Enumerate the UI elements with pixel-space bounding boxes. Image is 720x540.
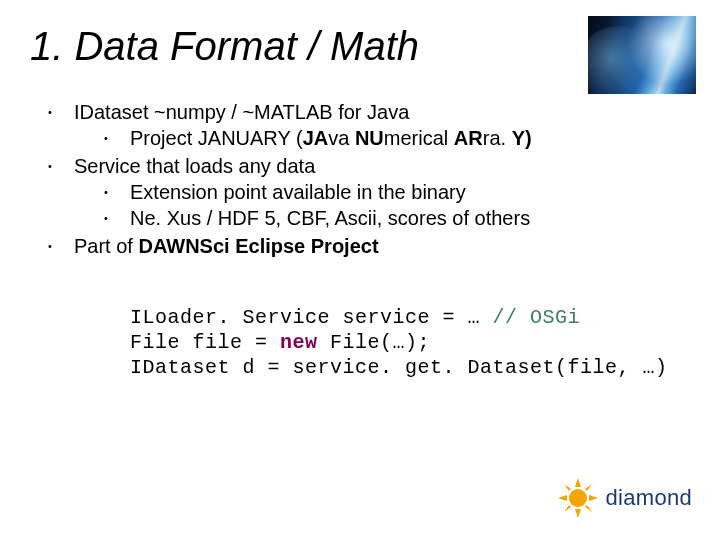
list-item: Project JANUARY (JAva NUmerical ARra. Y)	[104, 125, 690, 151]
bullet-text: Extension point available in the binary	[130, 181, 466, 203]
title-number: 1.	[30, 24, 63, 68]
code-keyword: new	[280, 331, 318, 354]
bullet-text: IDataset ~numpy / ~MATLAB for Java	[74, 101, 409, 123]
svg-marker-5	[564, 484, 571, 491]
bullet-text: Part of	[74, 235, 138, 257]
decorative-image	[588, 16, 696, 94]
code-text: ILoader. Service service = …	[130, 306, 493, 329]
title-text: Data Format / Math	[74, 24, 419, 68]
bullet-bold: AR	[454, 127, 483, 149]
diamond-logo-icon	[558, 478, 598, 518]
bullet-text: Service that loads any data	[74, 155, 315, 177]
svg-marker-8	[585, 505, 592, 512]
bullet-text: Project JANUARY (	[130, 127, 303, 149]
code-comment: // OSGi	[493, 306, 581, 329]
bullet-list: IDataset ~numpy / ~MATLAB for Java Proje…	[30, 99, 690, 259]
slide-body: IDataset ~numpy / ~MATLAB for Java Proje…	[30, 99, 690, 380]
bullet-bold: NU	[355, 127, 384, 149]
svg-marker-1	[575, 478, 581, 487]
slide: 1. Data Format / Math IDataset ~numpy / …	[0, 0, 720, 540]
svg-marker-4	[589, 495, 598, 501]
bullet-bold: DAWNSci Eclipse Project	[138, 235, 378, 257]
bullet-bold: Y)	[512, 127, 532, 149]
svg-point-0	[569, 489, 587, 507]
svg-marker-2	[575, 509, 581, 518]
code-text: File file =	[130, 331, 280, 354]
svg-marker-6	[585, 484, 592, 491]
list-item: Extension point available in the binary	[104, 179, 690, 205]
bullet-bold: JA	[303, 127, 329, 149]
logo-text: diamond	[606, 485, 693, 511]
code-text: IDataset d = service. get. Dataset(file,…	[130, 356, 668, 379]
bullet-text: Ne. Xus / HDF 5, CBF, Ascii, scores of o…	[130, 207, 530, 229]
bullet-text: merical	[384, 127, 454, 149]
list-item: Ne. Xus / HDF 5, CBF, Ascii, scores of o…	[104, 205, 690, 231]
bullet-text: ra.	[483, 127, 512, 149]
code-block: ILoader. Service service = … // OSGi Fil…	[130, 305, 690, 380]
svg-marker-7	[564, 505, 571, 512]
svg-marker-3	[558, 495, 567, 501]
list-item: IDataset ~numpy / ~MATLAB for Java Proje…	[48, 99, 690, 151]
code-text: File(…);	[318, 331, 431, 354]
bullet-text: va	[328, 127, 355, 149]
list-item: Part of DAWNSci Eclipse Project	[48, 233, 690, 259]
list-item: Service that loads any data Extension po…	[48, 153, 690, 231]
brand-logo: diamond	[558, 478, 693, 518]
